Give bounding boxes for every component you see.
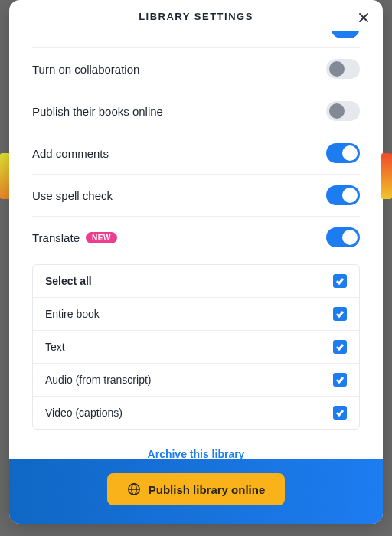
settings-scroll-area[interactable]: Turn on collaboration Publish their book… xyxy=(9,31,383,459)
option-label: Video (captions) xyxy=(45,407,122,419)
toggle-switch-partial[interactable] xyxy=(331,31,360,38)
setting-label: Use spell check xyxy=(32,189,113,202)
checkmark-icon xyxy=(335,342,345,351)
setting-row-collaboration: Turn on collaboration xyxy=(32,48,360,90)
checkmark-icon xyxy=(335,408,345,417)
checkbox-audio[interactable] xyxy=(333,373,347,387)
checkmark-icon xyxy=(335,375,345,384)
setting-row-spellcheck: Use spell check xyxy=(32,175,360,217)
checkbox-text[interactable] xyxy=(333,340,347,354)
clipped-setting-row xyxy=(32,31,360,48)
archive-library-link[interactable]: Archive this library xyxy=(32,433,360,459)
setting-row-comments: Add comments xyxy=(32,132,360,175)
checkbox-select-all[interactable] xyxy=(333,274,347,288)
setting-label: Translate NEW xyxy=(32,231,117,244)
option-label: Entire book xyxy=(45,308,100,320)
translate-option-video: Video (captions) xyxy=(33,397,359,429)
publish-button-label: Publish library online xyxy=(149,483,266,496)
toggle-spellcheck[interactable] xyxy=(326,185,360,205)
option-label: Select all xyxy=(45,275,92,287)
new-badge: NEW xyxy=(86,232,117,243)
globe-icon xyxy=(127,482,141,496)
setting-label: Add comments xyxy=(32,147,109,160)
translate-option-select-all: Select all xyxy=(33,265,359,298)
setting-label: Turn on collaboration xyxy=(32,63,139,76)
checkbox-video[interactable] xyxy=(333,406,347,420)
checkbox-entire-book[interactable] xyxy=(333,307,347,321)
close-button[interactable] xyxy=(355,9,372,26)
setting-label: Publish their books online xyxy=(32,105,163,118)
option-label: Text xyxy=(45,341,65,353)
toggle-comments[interactable] xyxy=(326,143,360,163)
setting-row-publish-books: Publish their books online xyxy=(32,90,360,132)
modal-footer: Publish library online xyxy=(9,459,383,524)
library-settings-modal: LIBRARY SETTINGS Turn on collaboration P… xyxy=(9,0,383,524)
toggle-collaboration[interactable] xyxy=(326,59,360,79)
close-icon xyxy=(358,11,370,24)
translate-label-text: Translate xyxy=(32,231,80,244)
modal-header: LIBRARY SETTINGS xyxy=(9,0,383,31)
checkmark-icon xyxy=(335,309,345,319)
translate-option-text: Text xyxy=(33,331,359,364)
translate-option-entire-book: Entire book xyxy=(33,298,359,331)
publish-library-button[interactable]: Publish library online xyxy=(107,473,286,505)
translate-option-audio: Audio (from transcript) xyxy=(33,364,359,397)
option-label: Audio (from transcript) xyxy=(45,374,151,386)
toggle-translate[interactable] xyxy=(326,227,360,247)
modal-title: LIBRARY SETTINGS xyxy=(139,11,253,22)
checkmark-icon xyxy=(335,276,345,286)
translate-options-panel: Select all Entire book Text Audio (from … xyxy=(32,264,360,430)
toggle-publish-books[interactable] xyxy=(326,101,360,121)
setting-row-translate: Translate NEW xyxy=(32,217,360,258)
